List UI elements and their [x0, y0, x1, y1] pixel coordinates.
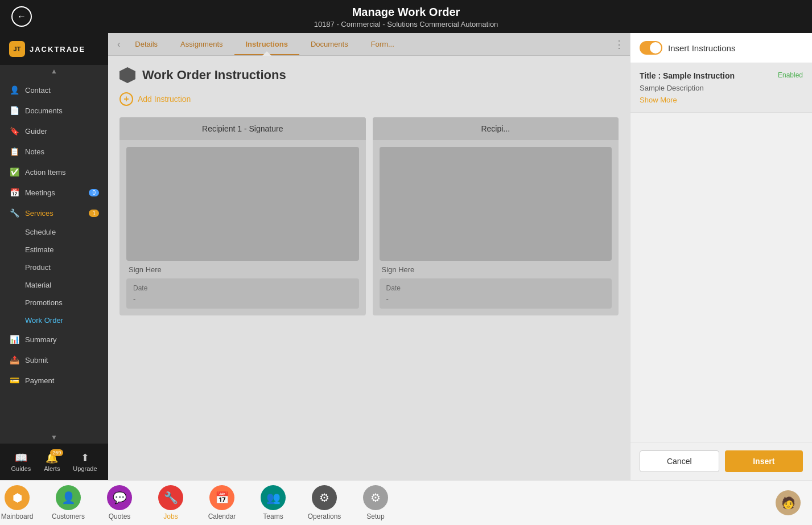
instruction-status: Enabled [778, 71, 803, 79]
tab-more-button[interactable]: ⋮ [614, 38, 624, 51]
jobs-icon: 🔧 [158, 485, 183, 510]
tab-instructions[interactable]: Instructions [234, 33, 299, 55]
guides-button[interactable]: 📖 Guides [6, 449, 35, 474]
signature-card-2: Recipi... Sign Here Date - [373, 117, 619, 315]
instruction-top: Title : Sample Instruction Enabled [640, 71, 803, 80]
instruction-description: Sample Description [640, 84, 803, 92]
bottom-nav-operations[interactable]: ⚙ Operations [307, 485, 341, 520]
sig-area-1[interactable] [126, 147, 359, 261]
payment-icon: 💳 [9, 376, 19, 385]
sidebar-item-label: Submit [25, 356, 48, 364]
sidebar-item-meetings[interactable]: 📅 Meetings 0 [0, 182, 108, 203]
user-avatar-area: 🧑 [776, 490, 812, 515]
user-avatar[interactable]: 🧑 [776, 490, 801, 515]
contact-icon: 👤 [9, 85, 19, 95]
sidebar-item-action-items[interactable]: ✅ Action Items [0, 162, 108, 182]
sig-date-2: Date - [380, 278, 612, 309]
notes-icon: 📋 [9, 147, 19, 156]
quotes-label: Quotes [109, 512, 131, 520]
sub-nav-label: Product [25, 263, 51, 272]
bottom-nav-customers[interactable]: 👤 Customers [51, 485, 85, 520]
alerts-button[interactable]: 🔔 269 Alerts [39, 449, 64, 474]
bottom-nav-jobs[interactable]: 🔧 Jobs [154, 485, 188, 520]
page-title: Manage Work Order [0, 6, 812, 19]
bottom-nav-setup[interactable]: ⚙ Setup [358, 485, 393, 520]
sidebar-item-payment[interactable]: 💳 Payment [0, 370, 108, 391]
sig-body-2: Sign Here Date - [373, 140, 619, 315]
sub-nav-product[interactable]: Product [0, 259, 108, 276]
panel-title: Insert Instructions [668, 43, 735, 53]
insert-button[interactable]: Insert [725, 450, 803, 472]
tab-forms[interactable]: Form... [360, 33, 406, 55]
signature-grid: Recipient 1 - Signature Sign Here Date -… [119, 117, 619, 315]
sig-header-1: Recipient 1 - Signature [119, 117, 366, 140]
sidebar-item-label: Action Items [25, 168, 66, 177]
instruction-title: Title : Sample Instruction [640, 71, 735, 80]
mainboard-label: Mainboard [1, 512, 34, 520]
sidebar-item-label: Contact [25, 86, 51, 95]
sub-nav-promotions[interactable]: Promotions [0, 294, 108, 311]
sidebar-item-label: Summary [25, 335, 57, 344]
sidebar-item-label: Guider [25, 127, 47, 136]
sig-date-label-1: Date [133, 284, 352, 292]
sub-nav-label: Schedule [25, 228, 56, 236]
panel-toggle[interactable] [640, 41, 662, 55]
page-subtitle: 10187 - Commercial - Solutions Commercia… [0, 20, 812, 28]
add-instruction-button[interactable]: + Add Instruction [119, 92, 619, 106]
bottom-nav-calendar[interactable]: 📅 Calendar [205, 485, 239, 520]
mainboard-icon: ⬢ [5, 485, 30, 510]
alerts-label: Alerts [44, 465, 60, 472]
calendar-label: Calendar [208, 512, 236, 520]
sidebar-item-services[interactable]: 🔧 Services 1 [0, 203, 108, 223]
tab-arrow-left[interactable]: ‹ [114, 34, 123, 55]
tab-assignments[interactable]: Assignments [169, 33, 234, 55]
sidebar-item-submit[interactable]: 📤 Submit [0, 350, 108, 370]
sidebar-item-contact[interactable]: 👤 Contact [0, 80, 108, 100]
sidebar-item-label: Services [25, 209, 53, 218]
sidebar-item-summary[interactable]: 📊 Summary [0, 329, 108, 350]
sidebar-logo: JT JACKTRADE [0, 33, 108, 65]
sidebar-item-label: Notes [25, 147, 44, 156]
panel-footer: Cancel Insert [630, 442, 812, 480]
sig-label-2: Sign Here [380, 265, 612, 274]
setup-label: Setup [366, 512, 384, 520]
sub-nav-schedule[interactable]: Schedule [0, 223, 108, 241]
bottom-nav: ⬢ Mainboard 👤 Customers 💬 Quotes 🔧 Jobs … [0, 480, 812, 525]
sig-header-2: Recipi... [373, 117, 619, 140]
cancel-button[interactable]: Cancel [640, 450, 719, 472]
tab-details[interactable]: Details [123, 33, 169, 55]
quotes-icon: 💬 [107, 485, 132, 510]
upgrade-label: Upgrade [73, 465, 97, 472]
plus-icon: + [119, 92, 133, 106]
bottom-nav-mainboard[interactable]: ⬢ Mainboard [0, 485, 34, 520]
sub-nav-work-order[interactable]: Work Order [0, 311, 108, 329]
upgrade-button[interactable]: ⬆ Upgrade [68, 449, 101, 474]
meetings-icon: 📅 [9, 188, 19, 197]
back-button[interactable]: ← [11, 6, 32, 27]
sidebar-item-label: Meetings [25, 188, 55, 197]
tab-documents[interactable]: Documents [299, 33, 360, 55]
sidebar-scroll-down[interactable]: ▼ [0, 431, 108, 444]
upgrade-icon: ⬆ [81, 452, 89, 464]
section-icon [119, 67, 135, 83]
content-area: ‹ Details Assignments Instructions Docum… [108, 33, 630, 480]
sub-nav-estimate[interactable]: Estimate [0, 241, 108, 259]
sig-body-1: Sign Here Date - [119, 140, 366, 315]
sub-nav-material[interactable]: Material [0, 276, 108, 294]
services-icon: 🔧 [9, 208, 19, 218]
operations-icon: ⚙ [312, 485, 337, 510]
page-title-section: Work Order Instructions [119, 67, 619, 83]
bottom-nav-quotes[interactable]: 💬 Quotes [102, 485, 137, 520]
sub-nav-label: Promotions [25, 298, 63, 307]
sidebar-item-documents[interactable]: 📄 Documents [0, 100, 108, 121]
sidebar-scroll-up[interactable]: ▲ [0, 65, 108, 77]
signature-card-1: Recipient 1 - Signature Sign Here Date - [119, 117, 366, 315]
sidebar-item-guider[interactable]: 🔖 Guider [0, 121, 108, 141]
calendar-icon: 📅 [209, 485, 234, 510]
bottom-nav-teams[interactable]: 👥 Teams [256, 485, 290, 520]
summary-icon: 📊 [9, 335, 19, 344]
guides-icon: 📖 [15, 452, 27, 464]
sidebar-item-notes[interactable]: 📋 Notes [0, 141, 108, 162]
sig-area-2[interactable] [380, 147, 612, 261]
instruction-show-more[interactable]: Show More [640, 96, 803, 104]
